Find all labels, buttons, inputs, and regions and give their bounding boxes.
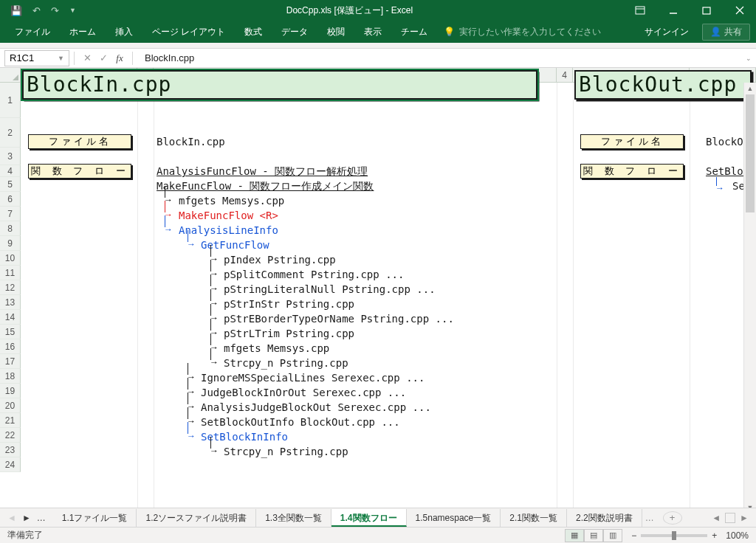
cell-r20[interactable]: JudgeBlockInOrOut Serexec.cpp ... xyxy=(201,385,406,400)
cell-r19[interactable]: IgnoreMSSpecialLines Serexec.cpp ... xyxy=(201,370,425,385)
row-header[interactable]: 15 xyxy=(0,325,21,339)
cell-r11[interactable]: pIndex Pstring.cpp xyxy=(224,252,336,267)
row-header[interactable]: 7 xyxy=(0,207,21,221)
row-header[interactable]: 17 xyxy=(0,354,21,369)
hscroll-right-icon[interactable]: ► xyxy=(740,513,749,523)
tab-insert[interactable]: 挿入 xyxy=(106,21,142,43)
zoom-out-icon[interactable]: − xyxy=(631,530,636,541)
cell-r7[interactable]: mfgets Memsys.cpp xyxy=(179,193,284,208)
sheet-nav-more-icon[interactable]: … xyxy=(37,513,46,523)
row-header[interactable]: 19 xyxy=(0,384,21,398)
row-header[interactable]: 4 xyxy=(0,165,21,177)
vertical-scrollbar[interactable]: ▲ ▼ xyxy=(743,83,756,513)
formula-input[interactable]: BlockIn.cpp xyxy=(137,52,741,63)
signin-link[interactable]: サインイン xyxy=(645,26,689,38)
zoom-slider-track[interactable] xyxy=(641,534,707,537)
tab-formulas[interactable]: 数式 xyxy=(236,21,271,43)
name-box-dropdown-icon[interactable]: ▼ xyxy=(58,55,64,62)
sheet-nav-first-icon[interactable]: ◄ xyxy=(7,513,16,523)
add-sheet-button[interactable]: + xyxy=(663,511,682,525)
qat-dropdown-icon[interactable]: ▼ xyxy=(69,7,76,14)
sheet-nav-next-icon[interactable]: ► xyxy=(22,513,31,523)
tell-me-search[interactable]: 💡 実行したい作業を入力してください xyxy=(444,26,601,38)
redo-icon[interactable]: ↷ xyxy=(51,5,59,16)
fx-icon[interactable]: fx xyxy=(111,52,128,64)
row-header[interactable]: 23 xyxy=(0,443,21,457)
row-header[interactable]: 12 xyxy=(0,280,21,295)
tab-data[interactable]: データ xyxy=(272,21,317,43)
col-header-4[interactable]: 4 xyxy=(557,68,573,82)
row-header[interactable]: 8 xyxy=(0,221,21,236)
cell-r15[interactable]: pStrEBorderTypeOrName Pstring.cpp ... xyxy=(224,311,454,326)
cell-r16[interactable]: pStrLTrim Pstring.cpp xyxy=(224,326,354,341)
row-header[interactable]: 13 xyxy=(0,295,21,310)
row-header[interactable]: 11 xyxy=(0,266,21,280)
row-header[interactable]: 9 xyxy=(0,236,21,251)
ribbon-display-icon[interactable] xyxy=(623,0,656,21)
row-header[interactable]: 1 xyxy=(0,83,21,118)
cell-r8[interactable]: MakeFuncFlow <R> xyxy=(179,208,278,223)
cell-r18[interactable]: Strcpy_n Pstring.cpp xyxy=(224,356,348,370)
cell-r12[interactable]: pSplitComment Pstring.cpp ... xyxy=(224,267,404,282)
sheet-tab[interactable]: 2.2関数説明書 xyxy=(567,509,642,527)
formula-expand-icon[interactable]: ⌄ xyxy=(741,55,756,62)
save-icon[interactable]: 💾 xyxy=(10,5,22,16)
tab-home[interactable]: ホーム xyxy=(61,21,105,43)
row-header[interactable]: 22 xyxy=(0,428,21,443)
name-box[interactable]: R1C1 ▼ xyxy=(4,50,69,66)
cell-c3r3[interactable]: BlockIn.cpp xyxy=(157,134,225,149)
row-header[interactable]: 10 xyxy=(0,251,21,266)
sheet-tab[interactable]: 1.5namespace一覧 xyxy=(407,509,501,527)
cell-r6[interactable]: MakeFuncFlow - 関数フロー作成メイン関数 xyxy=(157,179,374,193)
sheet-overflow-icon[interactable]: … xyxy=(642,513,657,523)
row-header[interactable]: 3 xyxy=(0,148,21,165)
view-normal-icon[interactable]: ▦ xyxy=(565,529,584,542)
scroll-thumb[interactable] xyxy=(746,94,755,212)
undo-icon[interactable]: ↶ xyxy=(32,5,41,16)
tab-view[interactable]: 表示 xyxy=(355,21,391,43)
cell-r21[interactable]: AnalysisJudgeBlockOut Serexec.cpp ... xyxy=(201,400,431,415)
tab-review[interactable]: 校閲 xyxy=(318,21,354,43)
header-blockout[interactable]: BlockOut.cpp xyxy=(574,70,752,100)
sheet-tab[interactable]: 2.1関数一覧 xyxy=(501,509,567,527)
cell-r9[interactable]: AnalysisLineInfo xyxy=(179,223,278,238)
cell-r23[interactable]: SetBlockInInfo xyxy=(201,429,288,444)
tab-file[interactable]: ファイル xyxy=(6,21,59,43)
tab-pagelayout[interactable]: ページ レイアウト xyxy=(143,21,234,43)
maximize-icon[interactable] xyxy=(690,0,723,21)
hscroll-track[interactable] xyxy=(725,513,735,523)
cancel-formula-icon[interactable]: ✕ xyxy=(79,52,95,63)
row-header[interactable]: 21 xyxy=(0,413,21,428)
share-button[interactable]: 👤 共有 xyxy=(702,24,750,41)
scroll-up-icon[interactable]: ▲ xyxy=(744,83,756,94)
zoom-in-icon[interactable]: + xyxy=(712,530,717,541)
cell-r22[interactable]: SetBlockOutInfo BlockOut.cpp ... xyxy=(201,415,400,429)
cell-r14[interactable]: pStrInStr Pstring.cpp xyxy=(224,297,354,311)
row-header[interactable]: 16 xyxy=(0,339,21,354)
row-header[interactable]: 2 xyxy=(0,118,21,148)
select-all-corner[interactable] xyxy=(0,68,21,82)
row-header[interactable]: 18 xyxy=(0,369,21,384)
sheet-tab[interactable]: 1.4関数フロー xyxy=(331,509,407,527)
zoom-value[interactable]: 100% xyxy=(726,530,749,541)
tab-team[interactable]: チーム xyxy=(392,21,436,43)
header-blockin[interactable]: BlockIn.cpp xyxy=(22,70,537,100)
sheet-tab[interactable]: 1.2ソースファイル説明書 xyxy=(137,509,256,527)
row-header[interactable]: 24 xyxy=(0,457,21,472)
row-header[interactable]: 6 xyxy=(0,192,21,207)
sheet-tab[interactable]: 1.1ファイル一覧 xyxy=(53,509,137,527)
close-icon[interactable] xyxy=(723,0,756,21)
row-header[interactable]: 20 xyxy=(0,398,21,413)
enter-formula-icon[interactable]: ✓ xyxy=(95,52,111,63)
sheet-tab[interactable]: 1.3全関数一覧 xyxy=(256,509,331,527)
cell-r24[interactable]: Strcpy_n Pstring.cpp xyxy=(224,444,348,459)
row-header[interactable]: 14 xyxy=(0,310,21,325)
hscroll-left-icon[interactable]: ◄ xyxy=(712,513,721,523)
cell-r17[interactable]: mfgets Memsys.cpp xyxy=(224,341,329,356)
row-header[interactable]: 5 xyxy=(0,177,21,192)
view-pagebreak-icon[interactable]: ▥ xyxy=(603,529,622,542)
minimize-icon[interactable] xyxy=(656,0,690,21)
view-pagelayout-icon[interactable]: ▤ xyxy=(584,529,603,542)
cell-r5[interactable]: AnalysisFuncFlow - 関数フロー解析処理 xyxy=(157,164,368,179)
cell-r13[interactable]: pStringLiteralNull Pstring.cpp ... xyxy=(224,282,436,297)
